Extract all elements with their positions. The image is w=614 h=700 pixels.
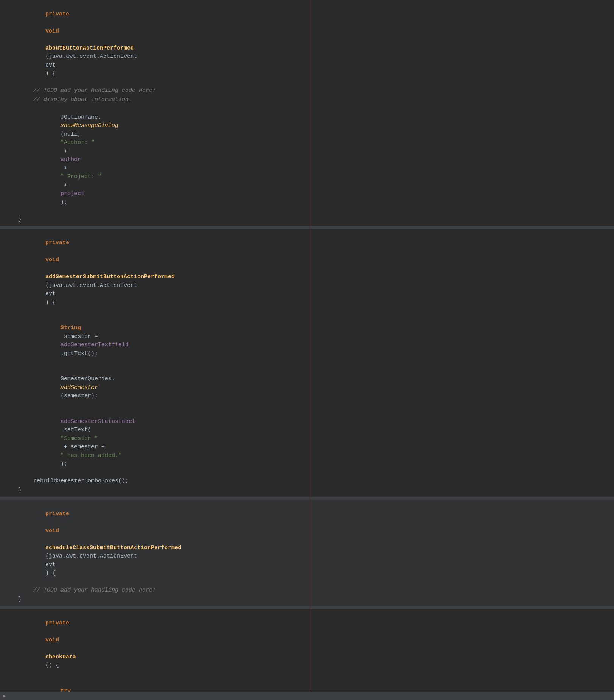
- line-5: }: [0, 215, 614, 225]
- line-1: private void aboutButtonActionPerformed …: [0, 2, 614, 87]
- var-author: author: [60, 156, 81, 163]
- comment-display: // display about information.: [3, 96, 614, 104]
- line-14: }: [0, 595, 614, 604]
- bottom-arrow-icon: ▶: [3, 693, 6, 700]
- var-addsemestertextfield: addSemesterTextfield: [60, 342, 129, 348]
- about-button-section: private void aboutButtonActionPerformed …: [0, 0, 614, 226]
- line-7: String semester = addSemesterTextfield .…: [0, 316, 614, 367]
- line-15: private void checkData () {: [0, 610, 614, 678]
- separator-3: [0, 606, 614, 609]
- checkdata-section: private void checkData () { try { FileRe…: [0, 609, 614, 700]
- var-addSemesterStatusLabel: addSemesterStatusLabel: [60, 418, 135, 425]
- line-8: SemesterQueries. addSemester (semester);: [0, 367, 614, 409]
- line-2: // TODO add your handling code here:: [0, 87, 614, 96]
- method-showmessagedialog: showMessageDialog: [60, 122, 118, 129]
- add-semester-section: private void addSemesterSubmitButtonActi…: [0, 229, 614, 497]
- separator-2: [0, 497, 614, 500]
- method-addsemester: addSemesterSubmitButtonActionPerformed: [45, 274, 175, 280]
- separator-1: [0, 226, 614, 229]
- string-author: "Author: ": [60, 139, 95, 146]
- line-11: }: [0, 486, 614, 495]
- line-3: // display about information.: [0, 96, 614, 105]
- line-4: JOptionPane. showMessageDialog (null, "A…: [0, 105, 614, 215]
- keyword-private: private: [45, 11, 69, 17]
- param-evt: evt: [45, 62, 56, 68]
- string-project: " Project: ": [60, 173, 101, 180]
- keyword-void: void: [45, 28, 59, 34]
- method-name-about: aboutButtonActionPerformed: [45, 45, 134, 51]
- line-12: private void scheduleClassSubmitButtonAc…: [0, 501, 614, 586]
- method-scheduleclass: scheduleClassSubmitButtonActionPerformed: [45, 545, 181, 551]
- line-9: addSemesterStatusLabel .setText( "Semest…: [0, 409, 614, 477]
- line-6: private void addSemesterSubmitButtonActi…: [0, 231, 614, 316]
- bottom-bar: ▶: [0, 692, 614, 700]
- comment-todo: // TODO add your handling code here:: [3, 87, 614, 95]
- code-editor: private void aboutButtonActionPerformed …: [0, 0, 614, 700]
- var-project: project: [60, 190, 84, 197]
- method-checkdata: checkData: [45, 654, 76, 660]
- line-13: // TODO add your handling code here:: [0, 586, 614, 595]
- method-addsemester-call: addSemester: [60, 384, 98, 391]
- schedule-class-section: private void scheduleClassSubmitButtonAc…: [0, 500, 614, 606]
- line-10: rebuildSemesterComboBoxes();: [0, 477, 614, 486]
